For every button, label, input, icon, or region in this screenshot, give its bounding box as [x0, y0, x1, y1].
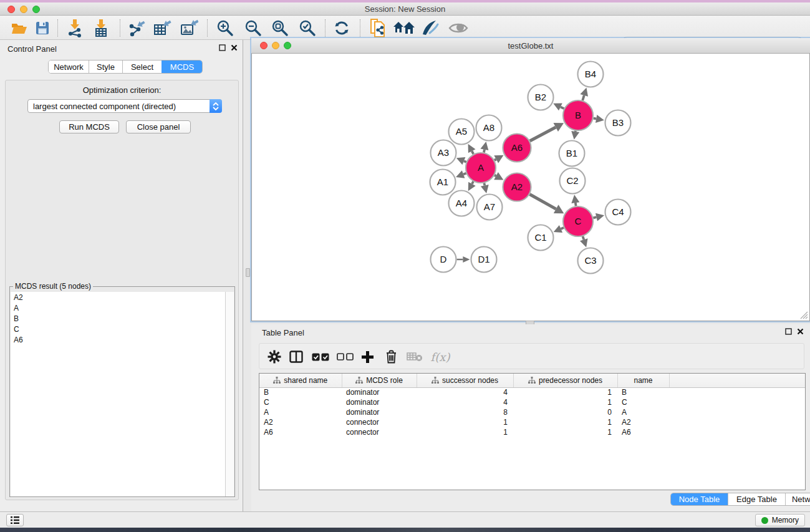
tab-edge-table[interactable]: Edge Table [728, 493, 785, 505]
cell[interactable]: A2 [259, 417, 342, 427]
close-network-icon[interactable] [260, 42, 268, 49]
cell[interactable]: C [259, 397, 342, 407]
cell[interactable]: 1 [513, 397, 617, 407]
cell[interactable]: 1 [417, 427, 513, 437]
maximize-network-icon[interactable] [284, 42, 291, 49]
export-table-icon[interactable] [150, 17, 175, 39]
table-row[interactable]: Cdominator41C [259, 397, 805, 407]
cell[interactable]: B [259, 387, 342, 397]
table-row[interactable]: A2connector11A2 [259, 417, 805, 427]
tab-style[interactable]: Style [89, 60, 122, 73]
app-titlebar[interactable]: Session: New Session [0, 2, 810, 16]
maximize-window-icon[interactable] [32, 6, 40, 13]
run-mcds-button[interactable]: Run MCDS [59, 120, 119, 133]
cell[interactable]: dominator [342, 407, 417, 417]
cell[interactable]: 0 [513, 407, 617, 417]
cell[interactable]: A [617, 407, 669, 417]
cell[interactable]: A6 [259, 427, 342, 437]
deselect-all-icon[interactable] [334, 346, 356, 367]
zoom-selected-icon[interactable] [295, 17, 320, 39]
result-item[interactable]: A6 [11, 334, 226, 345]
criterion-dropdown[interactable]: largest connected component (directed) [27, 99, 222, 113]
column-header-name[interactable]: name [617, 374, 669, 387]
result-item[interactable]: A2 [11, 292, 226, 302]
table-settings-gear-icon[interactable] [263, 346, 286, 367]
result-item[interactable]: A [11, 302, 226, 313]
graph-edge-C-C2[interactable] [576, 203, 576, 206]
graph-edge-A-A4[interactable] [472, 181, 473, 184]
result-item[interactable]: C [11, 324, 226, 334]
table-row[interactable]: Bdominator41B [259, 387, 805, 397]
mcds-result-list[interactable]: A2ABCA6 [11, 292, 226, 496]
column-header-shared-name[interactable]: shared name [259, 374, 342, 387]
close-panel-icon[interactable] [231, 44, 238, 51]
graph-edge-A-A3[interactable] [464, 161, 466, 162]
zoom-fit-icon[interactable] [268, 17, 292, 39]
add-column-icon[interactable] [356, 346, 378, 367]
import-table-icon[interactable] [89, 17, 113, 39]
minimize-network-icon[interactable] [272, 42, 279, 49]
graph-edge-C-C3[interactable] [583, 236, 584, 239]
select-all-icon[interactable] [309, 346, 332, 367]
graph-edge-A-A1[interactable] [463, 173, 466, 175]
open-file-icon[interactable] [7, 17, 32, 39]
cell[interactable]: B [617, 387, 669, 397]
tab-network[interactable]: Network [49, 60, 89, 73]
cell[interactable]: connector [342, 427, 417, 437]
style-brush-icon[interactable] [418, 17, 443, 39]
cell[interactable]: 4 [417, 387, 513, 397]
cell[interactable]: 4 [417, 397, 513, 407]
export-image-icon[interactable] [176, 17, 201, 39]
vertical-splitter-handle[interactable] [246, 268, 250, 277]
column-header-MCDS-role[interactable]: MCDS role [342, 374, 417, 387]
tab-mcds[interactable]: MCDS [162, 60, 202, 73]
graph-edge-A6-B[interactable] [530, 127, 556, 141]
graph-edge-A-A8[interactable] [484, 150, 485, 153]
minimize-window-icon[interactable] [20, 6, 27, 13]
zoom-in-icon[interactable] [213, 17, 238, 39]
export-network-icon[interactable] [124, 17, 149, 39]
result-list-scrollbar[interactable] [225, 292, 234, 496]
network-canvas[interactable]: B4B2BB3A5A8A6A3B1AC2A1A2A4A7C4CC1C3DD1 [251, 54, 810, 321]
close-table-panel-icon[interactable] [797, 328, 804, 335]
cell[interactable]: 8 [417, 407, 513, 417]
result-item[interactable]: B [11, 313, 226, 324]
graph-edge-B-B2[interactable] [561, 107, 564, 109]
new-network-icon[interactable] [365, 17, 390, 39]
show-hide-icon[interactable] [446, 17, 471, 39]
save-session-icon[interactable] [30, 17, 55, 39]
tab-network-table[interactable]: Network Table [785, 493, 810, 505]
graph-edge-A-A2[interactable] [494, 175, 496, 176]
float-panel-icon[interactable] [219, 44, 226, 51]
cell[interactable]: 1 [513, 387, 617, 397]
zoom-out-icon[interactable] [241, 17, 266, 39]
tab-node-table[interactable]: Node Table [671, 493, 728, 505]
graph-edge-B-B4[interactable] [582, 95, 584, 100]
cell[interactable]: A2 [617, 417, 669, 427]
cell[interactable]: dominator [342, 387, 417, 397]
graph-edge-C-C1[interactable] [561, 228, 564, 229]
resize-grip-icon[interactable] [800, 311, 808, 319]
cell[interactable]: 1 [513, 427, 617, 437]
close-window-icon[interactable] [7, 6, 15, 13]
table-row[interactable]: Adominator80A [259, 407, 805, 417]
refresh-icon[interactable] [329, 17, 354, 39]
column-header-predecessor-nodes[interactable]: predecessor nodes [513, 374, 617, 387]
graph-edge-A-A5[interactable] [472, 151, 474, 154]
network-window-titlebar[interactable]: testGlobe.txt [251, 38, 810, 54]
delete-table-icon[interactable] [403, 346, 426, 367]
cell[interactable]: A6 [617, 427, 669, 437]
table-row[interactable]: A6connector11A6 [259, 427, 805, 437]
graph-edge-C-C4[interactable] [593, 217, 596, 218]
cell[interactable]: connector [342, 417, 417, 427]
column-header-successor-nodes[interactable]: successor nodes [417, 374, 513, 387]
tab-select[interactable]: Select [122, 60, 162, 73]
cell[interactable]: 1 [513, 417, 617, 427]
cell[interactable]: A [259, 407, 342, 417]
task-history-button[interactable] [6, 514, 24, 526]
cell[interactable]: dominator [342, 397, 417, 407]
close-panel-button[interactable]: Close panel [126, 120, 191, 133]
graph-edge-A-A7[interactable] [484, 183, 485, 185]
graph-edge-B-B3[interactable] [594, 118, 597, 119]
delete-column-icon[interactable] [380, 346, 402, 367]
